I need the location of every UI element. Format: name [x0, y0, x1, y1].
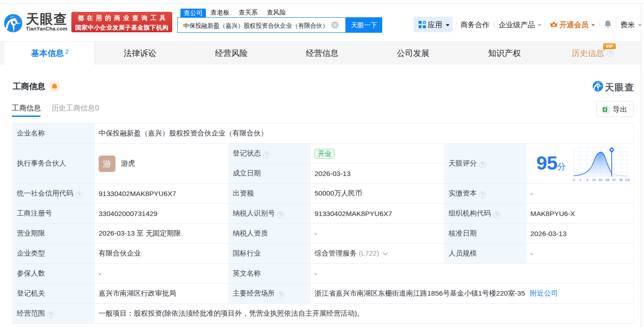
svg-text:3: 3 [586, 178, 588, 182]
svg-text:15: 15 [592, 178, 595, 182]
svg-text:50: 50 [599, 178, 602, 182]
svg-text:99: 99 [619, 178, 623, 182]
svg-text:100: 100 [625, 178, 630, 182]
svg-text:97: 97 [612, 178, 616, 182]
svg-text:85: 85 [605, 178, 609, 182]
svg-text:1: 1 [579, 178, 581, 182]
svg-text:0: 0 [573, 178, 574, 182]
